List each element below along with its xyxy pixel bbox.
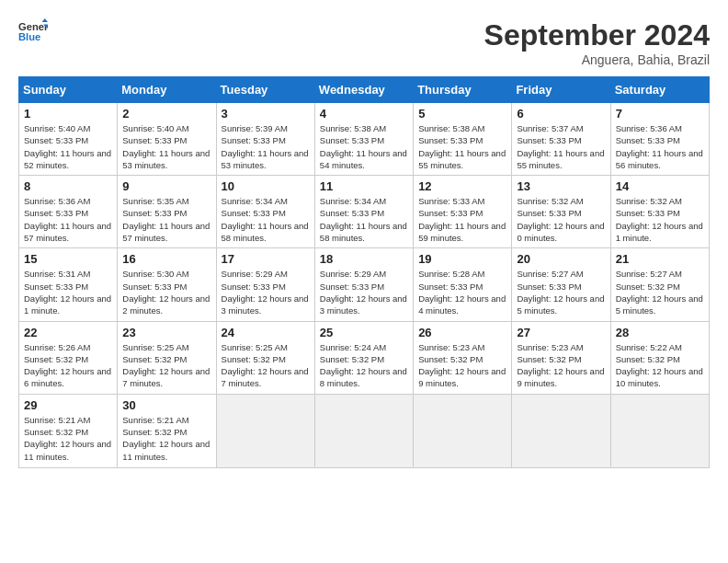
day-info: Sunrise: 5:30 AM Sunset: 5:33 PM Dayligh… [122, 268, 210, 316]
sunset-label: Sunset: 5:33 PM [320, 135, 384, 145]
day-info: Sunrise: 5:21 AM Sunset: 5:32 PM Dayligh… [122, 414, 210, 463]
day-info: Sunrise: 5:35 AM Sunset: 5:33 PM Dayligh… [122, 195, 210, 244]
sunset-label: Sunset: 5:33 PM [517, 135, 581, 145]
sunrise-label: Sunrise: 5:24 AM [320, 342, 386, 352]
sunrise-label: Sunrise: 5:28 AM [418, 269, 484, 279]
calendar-row: 22 Sunrise: 5:26 AM Sunset: 5:32 PM Dayl… [19, 321, 710, 394]
day-number: 22 [24, 326, 112, 339]
sunrise-label: Sunrise: 5:35 AM [122, 196, 188, 206]
calendar-cell: 10 Sunrise: 5:34 AM Sunset: 5:33 PM Dayl… [216, 176, 314, 248]
header-sunday: Sunday [19, 77, 118, 103]
day-info: Sunrise: 5:34 AM Sunset: 5:33 PM Dayligh… [320, 195, 408, 244]
daylight-label: Daylight: 11 hours and 57 minutes. [24, 221, 111, 243]
day-info: Sunrise: 5:36 AM Sunset: 5:33 PM Dayligh… [24, 195, 112, 244]
sunrise-label: Sunrise: 5:34 AM [320, 196, 386, 206]
calendar-cell: 25 Sunrise: 5:24 AM Sunset: 5:32 PM Dayl… [314, 321, 413, 394]
daylight-label: Daylight: 12 hours and 9 minutes. [418, 366, 506, 388]
daylight-label: Daylight: 12 hours and 3 minutes. [222, 293, 309, 316]
sunrise-label: Sunrise: 5:36 AM [24, 196, 90, 206]
calendar-cell: 23 Sunrise: 5:25 AM Sunset: 5:32 PM Dayl… [118, 321, 216, 394]
location: Anguera, Bahia, Brazil [484, 52, 710, 67]
day-info: Sunrise: 5:32 AM Sunset: 5:33 PM Dayligh… [517, 195, 605, 244]
sunrise-label: Sunrise: 5:29 AM [320, 269, 386, 279]
sunset-label: Sunset: 5:32 PM [24, 354, 88, 364]
day-info: Sunrise: 5:24 AM Sunset: 5:32 PM Dayligh… [320, 341, 408, 390]
calendar-cell: 27 Sunrise: 5:23 AM Sunset: 5:32 PM Dayl… [512, 321, 610, 394]
day-number: 19 [418, 252, 506, 266]
calendar-cell: 14 Sunrise: 5:32 AM Sunset: 5:33 PM Dayl… [610, 176, 709, 248]
daylight-label: Daylight: 11 hours and 58 minutes. [222, 221, 309, 243]
calendar-cell [610, 394, 709, 467]
daylight-label: Daylight: 12 hours and 5 minutes. [616, 293, 703, 316]
calendar-cell: 21 Sunrise: 5:27 AM Sunset: 5:32 PM Dayl… [610, 248, 709, 321]
day-number: 25 [320, 326, 408, 339]
sunrise-label: Sunrise: 5:33 AM [418, 196, 484, 206]
calendar-row: 1 Sunrise: 5:40 AM Sunset: 5:33 PM Dayli… [19, 103, 710, 176]
day-info: Sunrise: 5:40 AM Sunset: 5:33 PM Dayligh… [24, 122, 112, 171]
day-info: Sunrise: 5:34 AM Sunset: 5:33 PM Dayligh… [222, 195, 310, 244]
sunset-label: Sunset: 5:32 PM [222, 354, 286, 364]
day-info: Sunrise: 5:28 AM Sunset: 5:33 PM Dayligh… [418, 268, 506, 316]
day-info: Sunrise: 5:38 AM Sunset: 5:33 PM Dayligh… [418, 122, 506, 171]
sunset-label: Sunset: 5:33 PM [418, 282, 483, 292]
daylight-label: Daylight: 12 hours and 2 minutes. [122, 293, 210, 316]
daylight-label: Daylight: 12 hours and 11 minutes. [122, 439, 210, 461]
sunset-label: Sunset: 5:32 PM [418, 354, 483, 364]
day-info: Sunrise: 5:29 AM Sunset: 5:33 PM Dayligh… [320, 268, 408, 316]
calendar-cell: 11 Sunrise: 5:34 AM Sunset: 5:33 PM Dayl… [314, 176, 413, 248]
daylight-label: Daylight: 11 hours and 56 minutes. [616, 148, 703, 170]
daylight-label: Daylight: 12 hours and 1 minute. [616, 221, 703, 243]
day-number: 5 [418, 107, 506, 121]
calendar-cell [512, 394, 610, 467]
svg-text:Blue: Blue [18, 31, 40, 42]
header-tuesday: Tuesday [216, 77, 314, 103]
calendar-cell: 5 Sunrise: 5:38 AM Sunset: 5:33 PM Dayli… [414, 103, 512, 176]
sunset-label: Sunset: 5:33 PM [517, 208, 581, 218]
calendar-cell [414, 394, 512, 467]
daylight-label: Daylight: 11 hours and 55 minutes. [517, 148, 604, 170]
daylight-label: Daylight: 12 hours and 6 minutes. [24, 366, 111, 388]
sunset-label: Sunset: 5:33 PM [616, 208, 680, 218]
calendar-cell: 19 Sunrise: 5:28 AM Sunset: 5:33 PM Dayl… [414, 248, 512, 321]
calendar-cell: 15 Sunrise: 5:31 AM Sunset: 5:33 PM Dayl… [19, 248, 118, 321]
calendar-cell: 20 Sunrise: 5:27 AM Sunset: 5:33 PM Dayl… [512, 248, 610, 321]
day-number: 20 [517, 252, 605, 266]
day-info: Sunrise: 5:25 AM Sunset: 5:32 PM Dayligh… [122, 341, 210, 390]
sunset-label: Sunset: 5:33 PM [24, 135, 88, 145]
calendar-cell: 29 Sunrise: 5:21 AM Sunset: 5:32 PM Dayl… [19, 394, 118, 467]
header-friday: Friday [512, 77, 610, 103]
month-title: September 2024 [484, 18, 710, 52]
sunset-label: Sunset: 5:33 PM [122, 282, 187, 292]
day-number: 2 [122, 107, 210, 121]
day-number: 30 [122, 398, 210, 412]
day-number: 8 [24, 179, 112, 193]
day-number: 7 [616, 107, 704, 121]
sunset-label: Sunset: 5:33 PM [122, 208, 187, 218]
sunrise-label: Sunrise: 5:40 AM [122, 123, 188, 133]
day-number: 9 [122, 179, 210, 193]
sunset-label: Sunset: 5:32 PM [616, 354, 680, 364]
daylight-label: Daylight: 12 hours and 1 minute. [24, 293, 111, 316]
day-info: Sunrise: 5:27 AM Sunset: 5:33 PM Dayligh… [517, 268, 605, 316]
calendar-row: 29 Sunrise: 5:21 AM Sunset: 5:32 PM Dayl… [19, 394, 710, 467]
daylight-label: Daylight: 12 hours and 7 minutes. [222, 366, 309, 388]
day-number: 11 [320, 179, 408, 193]
sunrise-label: Sunrise: 5:30 AM [122, 269, 188, 279]
daylight-label: Daylight: 11 hours and 59 minutes. [418, 221, 506, 243]
day-number: 14 [616, 179, 704, 193]
daylight-label: Daylight: 12 hours and 5 minutes. [517, 293, 604, 316]
sunrise-label: Sunrise: 5:29 AM [222, 269, 288, 279]
day-number: 4 [320, 107, 408, 121]
svg-marker-2 [42, 18, 48, 22]
daylight-label: Daylight: 11 hours and 54 minutes. [320, 148, 407, 170]
calendar-cell: 12 Sunrise: 5:33 AM Sunset: 5:33 PM Dayl… [414, 176, 512, 248]
day-number: 18 [320, 252, 408, 266]
sunrise-label: Sunrise: 5:23 AM [517, 342, 583, 352]
day-number: 3 [222, 107, 310, 121]
day-number: 15 [24, 252, 112, 266]
sunset-label: Sunset: 5:33 PM [418, 135, 483, 145]
sunset-label: Sunset: 5:33 PM [24, 282, 88, 292]
daylight-label: Daylight: 12 hours and 10 minutes. [616, 366, 703, 388]
daylight-label: Daylight: 12 hours and 3 minutes. [320, 293, 407, 316]
day-number: 1 [24, 107, 112, 121]
